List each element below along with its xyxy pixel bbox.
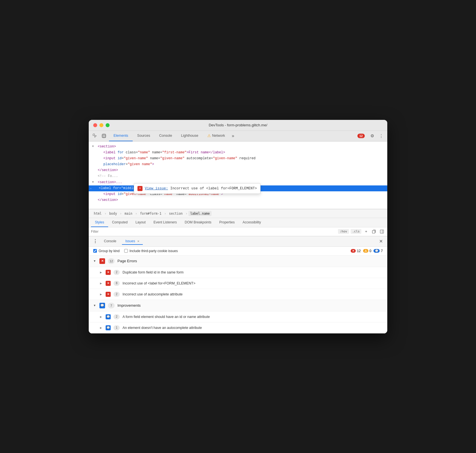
tab-dom-breakpoints[interactable]: DOM Breakpoints [181, 218, 215, 227]
issues-tab-close[interactable]: ✕ [137, 240, 139, 243]
improvements-group: ▼ 💬 7 Improvements ▶ 💬 2 A form field el… [89, 300, 387, 333]
dots-indicator: … [90, 186, 92, 190]
styles-tab-bar: Styles Computed Layout Event Listeners D… [89, 218, 387, 227]
issue-duplicate-id[interactable]: ▶ ✕ 2 Duplicate form field id in the sam… [89, 267, 387, 278]
breadcrumb-html[interactable]: html [92, 211, 103, 216]
dom-line-3[interactable]: <input id = "given-name" name= "given-na… [89, 156, 387, 162]
warning-count-display: ⚠ 0 [363, 249, 372, 253]
issue-no-autocomplete[interactable]: ▶ 💬 1 An element doesn't have an autocom… [89, 322, 387, 333]
tab-styles[interactable]: Styles [91, 218, 108, 227]
issue-text-5: An element doesn't have an autocomplete … [123, 326, 202, 330]
tab-console[interactable]: Console [155, 131, 177, 141]
dom-line-2[interactable]: <label for class= "name" name= "first-na… [89, 150, 387, 156]
issues-panel-header: ⋮ Console Issues ✕ ✕ [89, 236, 387, 247]
tooltip-error-icon: ✕ [137, 186, 143, 191]
improvements-label: Improvements [117, 303, 383, 308]
minimize-button[interactable] [99, 123, 103, 127]
issue-text-4: A form field element should have an id o… [123, 315, 210, 319]
tab-layout[interactable]: Layout [132, 218, 150, 227]
page-errors-count: 12 [108, 258, 115, 264]
info-count-display: 💬 7 [373, 249, 383, 253]
issues-more-button[interactable]: ⋮ [92, 238, 98, 245]
maximize-button[interactable] [106, 123, 110, 127]
issue-count-2: 8 [114, 281, 120, 286]
more-tabs-button[interactable]: » [230, 133, 237, 138]
tab-accessibility[interactable]: Accessibility [239, 218, 265, 227]
styles-filter-bar: :hov .cls + [89, 227, 387, 236]
issue-autocomplete[interactable]: ▶ ✕ 2 Incorrect use of autocomplete attr… [89, 289, 387, 300]
svg-rect-4 [372, 230, 375, 233]
filter-input[interactable] [91, 230, 336, 234]
issue-error-icon-2: ✕ [106, 281, 111, 286]
devtools-window: DevTools - form-problems.glitch.me/ Elem… [89, 120, 387, 333]
third-party-checkbox[interactable]: Include third-party cookie issues [124, 249, 178, 253]
tooltip-message: Incorrect use of <label for=FORM_ELEMENT… [170, 186, 257, 191]
settings-icon[interactable]: ⚙ [368, 132, 376, 140]
issue-info-icon-1: 💬 [106, 314, 111, 319]
issue-info-icon-2: 💬 [106, 325, 111, 330]
issue-label-for[interactable]: ▶ ✕ 8 Incorrect use of <label for=FORM_E… [89, 278, 387, 289]
view-issue-link[interactable]: View issue: [145, 186, 168, 191]
expand-arrow-1[interactable]: ▼ [92, 144, 94, 149]
issue-text-2: Incorrect use of <label for=FORM_ELEMENT… [123, 281, 195, 285]
devtools-tab-bar: Elements Sources Console Lighthouse ⚠ Ne… [89, 131, 387, 142]
improvements-expand-arrow[interactable]: ▼ [93, 304, 97, 307]
page-errors-group-header[interactable]: ▼ ✕ 12 Page Errors [89, 255, 387, 267]
titlebar: DevTools - form-problems.glitch.me/ [89, 120, 387, 131]
copy-style-icon[interactable] [371, 228, 377, 235]
dom-line-1[interactable]: ▼ <section> [89, 144, 387, 150]
toggle-sidebar-icon[interactable] [379, 228, 385, 235]
issues-tab-issues[interactable]: Issues ✕ [122, 238, 143, 245]
page-errors-label: Page Errors [117, 259, 383, 263]
tab-event-listeners[interactable]: Event Listeners [150, 218, 181, 227]
improvements-group-header[interactable]: ▼ 💬 7 Improvements [89, 300, 387, 311]
inspect-icon[interactable] [100, 132, 108, 140]
issue-expand-1[interactable]: ▶ [100, 271, 103, 274]
issues-counts: ✕ 12 ⚠ 0 💬 7 [351, 249, 383, 253]
issue-text-1: Duplicate form field id in the same form [123, 270, 184, 274]
close-button[interactable] [93, 123, 97, 127]
issues-tab-console[interactable]: Console [101, 238, 120, 245]
more-options-icon[interactable]: ⋮ [377, 132, 385, 140]
issues-panel: ⋮ Console Issues ✕ ✕ Group by kind Inclu… [89, 236, 387, 333]
breadcrumb-main[interactable]: main [123, 211, 134, 216]
error-count: 12 [357, 134, 365, 138]
cls-button[interactable]: .cls [351, 229, 362, 234]
issue-tooltip: ✕ View issue: Incorrect use of <label fo… [134, 183, 261, 194]
page-errors-icon: ✕ [99, 258, 105, 264]
dom-line-4[interactable]: placeholder = "given name" > [89, 162, 387, 167]
issue-expand-2[interactable]: ▶ [100, 282, 103, 285]
breadcrumb-form[interactable]: form#form-1 [138, 211, 163, 216]
dom-inspector: ▼ <section> <label for class= "name" nam… [89, 142, 387, 209]
cursor-icon[interactable] [91, 132, 99, 140]
window-title: DevTools - form-problems.glitch.me/ [209, 123, 267, 127]
breadcrumb-section[interactable]: section [167, 211, 184, 216]
page-errors-expand-arrow[interactable]: ▼ [93, 259, 97, 263]
improvements-count: 7 [108, 303, 115, 308]
tab-sources[interactable]: Sources [133, 131, 155, 141]
issue-count-3: 2 [114, 292, 120, 297]
issue-count-5: 1 [114, 325, 120, 330]
tab-lighthouse[interactable]: Lighthouse [177, 131, 203, 141]
issue-id-name[interactable]: ▶ 💬 2 A form field element should have a… [89, 311, 387, 322]
issue-count-1: 2 [114, 270, 120, 275]
issue-error-icon-3: ✕ [106, 292, 111, 297]
issues-controls: Group by kind Include third-party cookie… [89, 247, 387, 255]
issue-expand-5[interactable]: ▶ [100, 326, 103, 329]
breadcrumb-body[interactable]: body [108, 211, 119, 216]
expand-arrow-7[interactable]: ▼ [92, 180, 94, 185]
issues-panel-close[interactable]: ✕ [378, 238, 384, 245]
group-by-kind-checkbox[interactable]: Group by kind [93, 249, 120, 253]
issue-expand-3[interactable]: ▶ [100, 293, 103, 296]
tab-network[interactable]: ⚠ Network [203, 131, 230, 141]
tab-computed[interactable]: Computed [108, 218, 132, 227]
dom-line-6[interactable]: <!-- Fo... [89, 173, 387, 179]
tab-elements[interactable]: Elements [109, 131, 133, 141]
dom-line-5[interactable]: </section> [89, 167, 387, 173]
dom-line-10[interactable]: </section> [89, 197, 387, 203]
breadcrumb-label[interactable]: label.name [188, 211, 211, 216]
hov-button[interactable]: :hov [338, 229, 349, 234]
issue-expand-4[interactable]: ▶ [100, 315, 103, 318]
tab-properties[interactable]: Properties [215, 218, 239, 227]
add-style-icon[interactable]: + [363, 228, 369, 235]
